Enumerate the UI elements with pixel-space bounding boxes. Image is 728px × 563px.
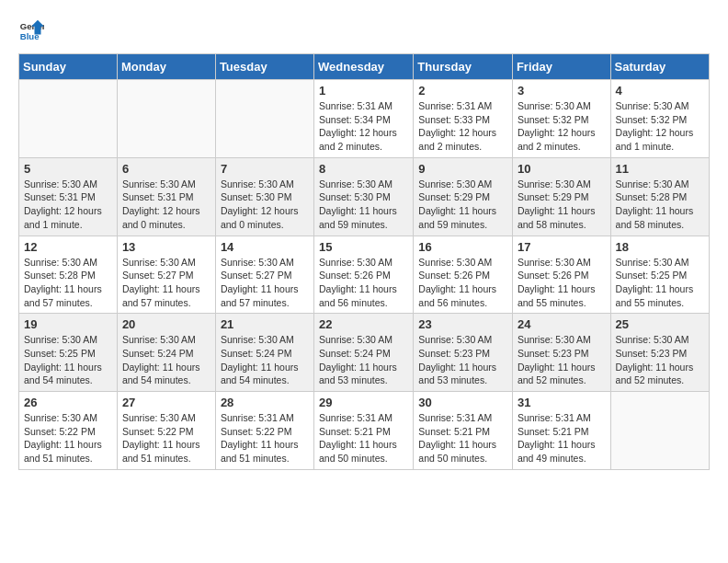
calendar-day: 30Sunrise: 5:31 AM Sunset: 5:21 PM Dayli… <box>414 392 513 470</box>
day-info: Sunrise: 5:30 AM Sunset: 5:26 PM Dayligh… <box>319 256 408 310</box>
calendar-day: 24Sunrise: 5:30 AM Sunset: 5:23 PM Dayli… <box>512 314 610 392</box>
calendar-week-3: 19Sunrise: 5:30 AM Sunset: 5:25 PM Dayli… <box>19 314 710 392</box>
day-number: 4 <box>616 84 704 98</box>
weekday-header-tuesday: Tuesday <box>215 54 313 80</box>
day-info: Sunrise: 5:30 AM Sunset: 5:28 PM Dayligh… <box>616 178 704 232</box>
calendar-day: 29Sunrise: 5:31 AM Sunset: 5:21 PM Dayli… <box>314 392 414 470</box>
day-info: Sunrise: 5:30 AM Sunset: 5:28 PM Dayligh… <box>24 256 112 310</box>
day-number: 31 <box>518 396 606 409</box>
day-number: 8 <box>319 162 408 176</box>
day-info: Sunrise: 5:31 AM Sunset: 5:21 PM Dayligh… <box>518 411 606 465</box>
calendar-week-2: 12Sunrise: 5:30 AM Sunset: 5:28 PM Dayli… <box>19 236 710 314</box>
day-info: Sunrise: 5:30 AM Sunset: 5:26 PM Dayligh… <box>518 256 606 310</box>
day-number: 10 <box>518 162 606 176</box>
day-number: 23 <box>418 317 507 331</box>
day-info: Sunrise: 5:31 AM Sunset: 5:22 PM Dayligh… <box>221 411 309 465</box>
calendar-day: 9Sunrise: 5:30 AM Sunset: 5:29 PM Daylig… <box>414 157 513 236</box>
weekday-header-wednesday: Wednesday <box>314 54 414 80</box>
day-info: Sunrise: 5:30 AM Sunset: 5:24 PM Dayligh… <box>319 333 408 387</box>
calendar-week-4: 26Sunrise: 5:30 AM Sunset: 5:22 PM Dayli… <box>19 392 710 470</box>
calendar-day: 21Sunrise: 5:30 AM Sunset: 5:24 PM Dayli… <box>215 314 313 392</box>
weekday-header-saturday: Saturday <box>610 54 709 80</box>
day-info: Sunrise: 5:30 AM Sunset: 5:30 PM Dayligh… <box>221 178 309 232</box>
day-number: 28 <box>221 396 309 409</box>
day-info: Sunrise: 5:30 AM Sunset: 5:23 PM Dayligh… <box>616 333 704 387</box>
day-number: 5 <box>24 162 112 176</box>
calendar-day: 12Sunrise: 5:30 AM Sunset: 5:28 PM Dayli… <box>19 236 118 314</box>
day-number: 18 <box>616 240 704 254</box>
weekday-header-friday: Friday <box>512 54 610 80</box>
day-number: 15 <box>319 240 408 254</box>
day-number: 19 <box>24 317 112 331</box>
day-info: Sunrise: 5:30 AM Sunset: 5:23 PM Dayligh… <box>418 333 507 387</box>
day-info: Sunrise: 5:30 AM Sunset: 5:32 PM Dayligh… <box>616 99 704 154</box>
day-number: 12 <box>24 240 112 254</box>
logo-icon: General Blue <box>18 18 44 44</box>
calendar: SundayMondayTuesdayWednesdayThursdayFrid… <box>18 53 710 470</box>
day-info: Sunrise: 5:31 AM Sunset: 5:34 PM Dayligh… <box>319 99 408 154</box>
day-number: 22 <box>319 317 408 331</box>
day-number: 7 <box>221 162 309 176</box>
calendar-day: 3Sunrise: 5:30 AM Sunset: 5:32 PM Daylig… <box>512 80 610 158</box>
day-info: Sunrise: 5:30 AM Sunset: 5:27 PM Dayligh… <box>122 256 210 310</box>
day-info: Sunrise: 5:30 AM Sunset: 5:31 PM Dayligh… <box>24 178 112 232</box>
day-info: Sunrise: 5:30 AM Sunset: 5:32 PM Dayligh… <box>518 99 606 154</box>
calendar-day: 23Sunrise: 5:30 AM Sunset: 5:23 PM Dayli… <box>414 314 513 392</box>
day-info: Sunrise: 5:30 AM Sunset: 5:31 PM Dayligh… <box>122 178 210 232</box>
calendar-day: 5Sunrise: 5:30 AM Sunset: 5:31 PM Daylig… <box>19 157 118 236</box>
day-number: 30 <box>418 396 507 409</box>
calendar-day: 10Sunrise: 5:30 AM Sunset: 5:29 PM Dayli… <box>512 157 610 236</box>
day-number: 24 <box>518 317 606 331</box>
calendar-week-1: 5Sunrise: 5:30 AM Sunset: 5:31 PM Daylig… <box>19 157 710 236</box>
weekday-header-thursday: Thursday <box>414 54 513 80</box>
weekday-header: SundayMondayTuesdayWednesdayThursdayFrid… <box>19 54 710 80</box>
calendar-day: 2Sunrise: 5:31 AM Sunset: 5:33 PM Daylig… <box>414 80 513 158</box>
calendar-day: 6Sunrise: 5:30 AM Sunset: 5:31 PM Daylig… <box>117 157 215 236</box>
calendar-day: 11Sunrise: 5:30 AM Sunset: 5:28 PM Dayli… <box>610 157 709 236</box>
day-number: 3 <box>518 84 606 98</box>
logo: General Blue <box>18 18 44 44</box>
day-info: Sunrise: 5:30 AM Sunset: 5:25 PM Dayligh… <box>616 256 704 310</box>
calendar-day <box>215 80 313 158</box>
weekday-header-sunday: Sunday <box>19 54 118 80</box>
day-number: 20 <box>122 317 210 331</box>
weekday-header-monday: Monday <box>117 54 215 80</box>
day-number: 9 <box>418 162 507 176</box>
day-number: 14 <box>221 240 309 254</box>
calendar-day <box>19 80 118 158</box>
day-info: Sunrise: 5:30 AM Sunset: 5:24 PM Dayligh… <box>221 333 309 387</box>
day-info: Sunrise: 5:30 AM Sunset: 5:22 PM Dayligh… <box>122 411 210 465</box>
calendar-day: 14Sunrise: 5:30 AM Sunset: 5:27 PM Dayli… <box>215 236 313 314</box>
day-info: Sunrise: 5:30 AM Sunset: 5:29 PM Dayligh… <box>518 178 606 232</box>
calendar-week-0: 1Sunrise: 5:31 AM Sunset: 5:34 PM Daylig… <box>19 80 710 158</box>
day-info: Sunrise: 5:30 AM Sunset: 5:30 PM Dayligh… <box>319 178 408 232</box>
day-number: 26 <box>24 396 112 409</box>
calendar-day: 13Sunrise: 5:30 AM Sunset: 5:27 PM Dayli… <box>117 236 215 314</box>
calendar-day: 20Sunrise: 5:30 AM Sunset: 5:24 PM Dayli… <box>117 314 215 392</box>
day-info: Sunrise: 5:30 AM Sunset: 5:23 PM Dayligh… <box>518 333 606 387</box>
calendar-day <box>610 392 709 470</box>
day-number: 25 <box>616 317 704 331</box>
day-number: 29 <box>319 396 408 409</box>
calendar-day: 18Sunrise: 5:30 AM Sunset: 5:25 PM Dayli… <box>610 236 709 314</box>
day-number: 2 <box>418 84 507 98</box>
calendar-day: 15Sunrise: 5:30 AM Sunset: 5:26 PM Dayli… <box>314 236 414 314</box>
calendar-day: 8Sunrise: 5:30 AM Sunset: 5:30 PM Daylig… <box>314 157 414 236</box>
calendar-day: 25Sunrise: 5:30 AM Sunset: 5:23 PM Dayli… <box>610 314 709 392</box>
day-number: 11 <box>616 162 704 176</box>
calendar-day: 4Sunrise: 5:30 AM Sunset: 5:32 PM Daylig… <box>610 80 709 158</box>
day-info: Sunrise: 5:30 AM Sunset: 5:29 PM Dayligh… <box>418 178 507 232</box>
calendar-day: 28Sunrise: 5:31 AM Sunset: 5:22 PM Dayli… <box>215 392 313 470</box>
day-number: 1 <box>319 84 408 98</box>
calendar-day: 7Sunrise: 5:30 AM Sunset: 5:30 PM Daylig… <box>215 157 313 236</box>
calendar-day: 22Sunrise: 5:30 AM Sunset: 5:24 PM Dayli… <box>314 314 414 392</box>
calendar-day: 17Sunrise: 5:30 AM Sunset: 5:26 PM Dayli… <box>512 236 610 314</box>
calendar-day: 26Sunrise: 5:30 AM Sunset: 5:22 PM Dayli… <box>19 392 118 470</box>
day-info: Sunrise: 5:31 AM Sunset: 5:33 PM Dayligh… <box>418 99 507 154</box>
day-info: Sunrise: 5:30 AM Sunset: 5:27 PM Dayligh… <box>221 256 309 310</box>
calendar-day: 16Sunrise: 5:30 AM Sunset: 5:26 PM Dayli… <box>414 236 513 314</box>
day-number: 13 <box>122 240 210 254</box>
calendar-day: 27Sunrise: 5:30 AM Sunset: 5:22 PM Dayli… <box>117 392 215 470</box>
day-number: 17 <box>518 240 606 254</box>
calendar-day <box>117 80 215 158</box>
